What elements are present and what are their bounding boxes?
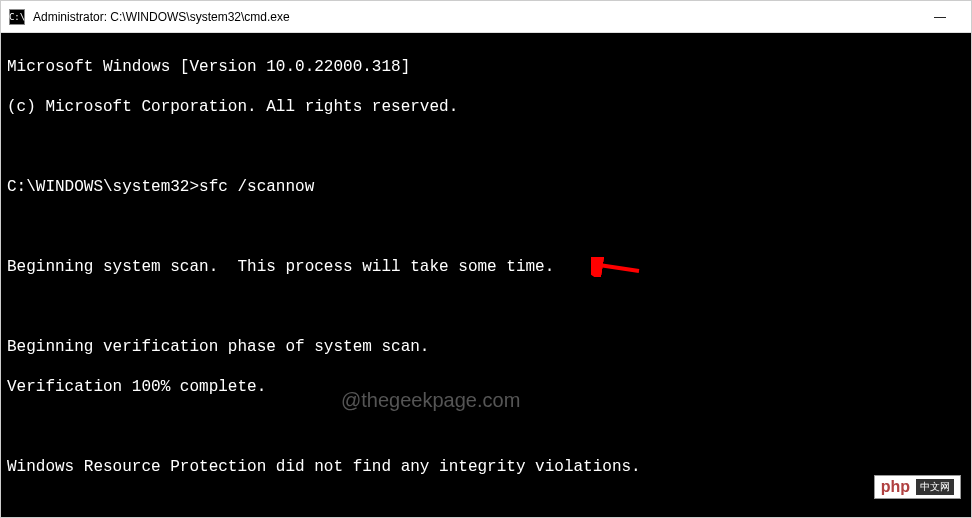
output-line: Beginning verification phase of system s… [7,337,965,357]
minimize-button[interactable]: — [917,1,963,33]
terminal-output[interactable]: Microsoft Windows [Version 10.0.22000.31… [1,33,971,518]
badge-cn-text: 中文网 [916,479,954,495]
output-line: Windows Resource Protection did not find… [7,457,965,477]
window-controls: — [917,1,963,33]
arrow-annotation-icon [591,257,641,277]
badge-logo-text: php [881,478,910,496]
window-title: Administrator: C:\WINDOWS\system32\cmd.e… [33,10,917,24]
output-line: Microsoft Windows [Version 10.0.22000.31… [7,57,965,77]
blank-line [7,417,965,437]
svg-line-1 [599,265,639,271]
output-line: (c) Microsoft Corporation. All rights re… [7,97,965,117]
blank-line [7,217,965,237]
blank-line [7,137,965,157]
prompt: C:\WINDOWS\system32> [7,178,199,196]
output-line: Beginning system scan. This process will… [7,257,965,277]
site-badge: php 中文网 [874,475,961,499]
output-line: Verification 100% complete. [7,377,965,397]
cmd-icon: C:\ [9,9,25,25]
command-text: sfc /scannow [199,178,314,196]
blank-line [7,297,965,317]
blank-line [7,497,965,517]
prompt-line: C:\WINDOWS\system32>sfc /scannow [7,177,965,197]
window-titlebar: C:\ Administrator: C:\WINDOWS\system32\c… [1,1,971,33]
